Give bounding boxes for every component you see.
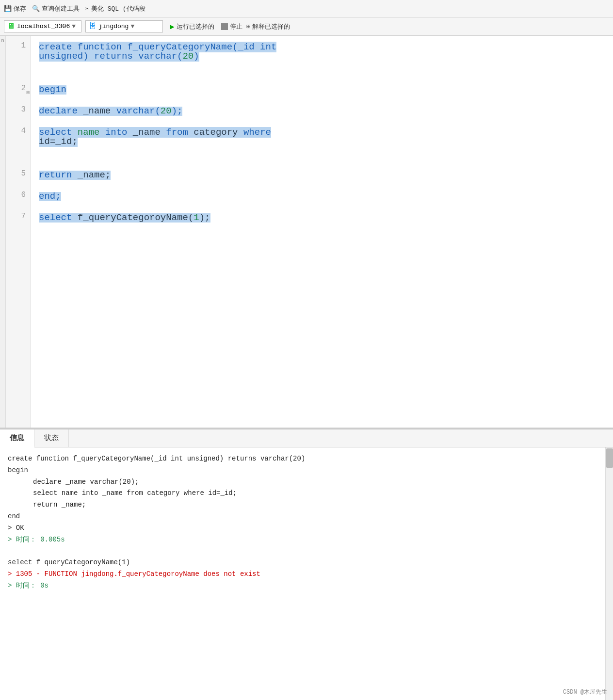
- save-label: 保存: [14, 4, 26, 13]
- code-line-2-content: begin: [39, 85, 66, 95]
- output-line-4: select name into _name from category whe…: [8, 488, 605, 499]
- code-line-5-content: return _name;: [39, 171, 111, 180]
- tab-info[interactable]: 信息: [0, 430, 34, 447]
- code-line-1: create function f_queryCategoryName(_id …: [39, 42, 605, 84]
- editor-area[interactable]: n 1 2 ⊟ 3 4 5 6 7: [0, 36, 613, 429]
- database-dropdown-icon: ▼: [130, 23, 134, 30]
- line-number-5: 5: [6, 170, 31, 191]
- left-gutter: n: [0, 36, 6, 428]
- line-number-2: 2 ⊟: [6, 84, 31, 106]
- database-selector[interactable]: 🗄 jingdong ▼: [85, 20, 163, 32]
- output-line-7: > OK: [8, 523, 605, 534]
- code-line-3: declare _name varchar(20);: [39, 106, 605, 127]
- query-tool-button[interactable]: 🔍 查询创建工具: [32, 4, 80, 13]
- output-line-1: create function f_queryCategoryName(_id …: [8, 453, 605, 465]
- run-selected-label: 运行已选择的: [177, 22, 214, 31]
- host-icon: 🖥: [7, 22, 15, 31]
- query-tool-label: 查询创建工具: [42, 4, 80, 13]
- code-line-3-content: declare _name varchar(20);: [39, 107, 182, 116]
- output-line-2: begin: [8, 465, 605, 477]
- code-line-7: select f_queryCategoroyName(1);: [39, 212, 605, 234]
- main-container: n 1 2 ⊟ 3 4 5 6 7: [0, 36, 613, 700]
- code-editor[interactable]: create function f_queryCategoryName(_id …: [31, 36, 613, 428]
- stop-label: 停止: [230, 22, 242, 31]
- stop-icon: [221, 23, 228, 30]
- code-line-4b-content: id=_id;: [39, 136, 78, 147]
- explain-button[interactable]: ⊞ 解释已选择的: [246, 22, 290, 31]
- code-line-2: begin: [39, 84, 605, 106]
- database-value: jingdong: [98, 23, 129, 30]
- output-line-11: > 时间： 0s: [8, 580, 605, 592]
- line-numbers: 1 2 ⊟ 3 4 5 6 7: [6, 36, 31, 428]
- line-number-4: 4: [6, 127, 31, 170]
- code-line-4: select name into _name from category whe…: [39, 127, 605, 170]
- code-line-7-content: select f_queryCategoroyName(1);: [39, 213, 210, 223]
- output-line-blank: [8, 545, 605, 557]
- stop-button[interactable]: 停止: [221, 22, 242, 31]
- gutter-label: n: [1, 38, 4, 44]
- explain-label: 解释已选择的: [252, 22, 290, 31]
- explain-icon: ⊞: [246, 22, 250, 31]
- watermark: CSDN @木屋先生: [563, 688, 607, 696]
- play-icon: ▶: [170, 22, 175, 32]
- line-number-6: 6: [6, 191, 31, 212]
- host-dropdown-icon: ▼: [72, 23, 76, 30]
- output-line-5: return _name;: [8, 499, 605, 511]
- connection-bar: 🖥 localhost_3306 ▼ 🗄 jingdong ▼ ▶ 运行已选择的…: [0, 17, 613, 36]
- toolbar: 💾 保存 🔍 查询创建工具 ✂ 美化 SQL (代码段: [0, 0, 613, 17]
- code-line-6-content: end;: [39, 192, 61, 201]
- execute-sql-label: 美化 SQL (代码段: [91, 4, 145, 13]
- output-line-6: end: [8, 511, 605, 523]
- save-button[interactable]: 💾 保存: [4, 4, 26, 13]
- code-line-6: end;: [39, 191, 605, 212]
- database-icon: 🗄: [89, 22, 97, 31]
- line-number-7: 7: [6, 212, 31, 234]
- execute-sql-button[interactable]: ✂ 美化 SQL (代码段: [85, 4, 145, 13]
- code-line-1b-content: unsigned) returns varchar(20): [39, 51, 199, 62]
- bottom-scrollbar[interactable]: [605, 447, 613, 700]
- query-tool-icon: 🔍: [32, 5, 40, 13]
- code-line-5: return _name;: [39, 170, 605, 191]
- host-selector[interactable]: 🖥 localhost_3306 ▼: [4, 20, 81, 32]
- host-value: localhost_3306: [17, 23, 70, 30]
- output-line-3: declare _name varchar(20);: [8, 477, 605, 488]
- output-line-8: > 时间： 0.005s: [8, 534, 605, 546]
- execute-sql-icon: ✂: [85, 5, 89, 13]
- output-line-10: > 1305 - FUNCTION jingdong.f_queryCatego…: [8, 569, 605, 580]
- bottom-tabs: 信息 状态: [0, 430, 613, 447]
- run-selected-button[interactable]: ▶ 运行已选择的: [167, 21, 217, 32]
- line-number-1: 1: [6, 42, 31, 84]
- tab-status[interactable]: 状态: [34, 430, 69, 447]
- output-line-9: select f_queryCategoroyName(1): [8, 557, 605, 569]
- scrollbar-thumb[interactable]: [606, 448, 613, 468]
- save-icon: 💾: [4, 5, 12, 13]
- bottom-output[interactable]: create function f_queryCategoryName(_id …: [0, 447, 613, 700]
- bottom-panel: 信息 状态 create function f_queryCategoryNam…: [0, 429, 613, 700]
- line-number-3: 3: [6, 106, 31, 127]
